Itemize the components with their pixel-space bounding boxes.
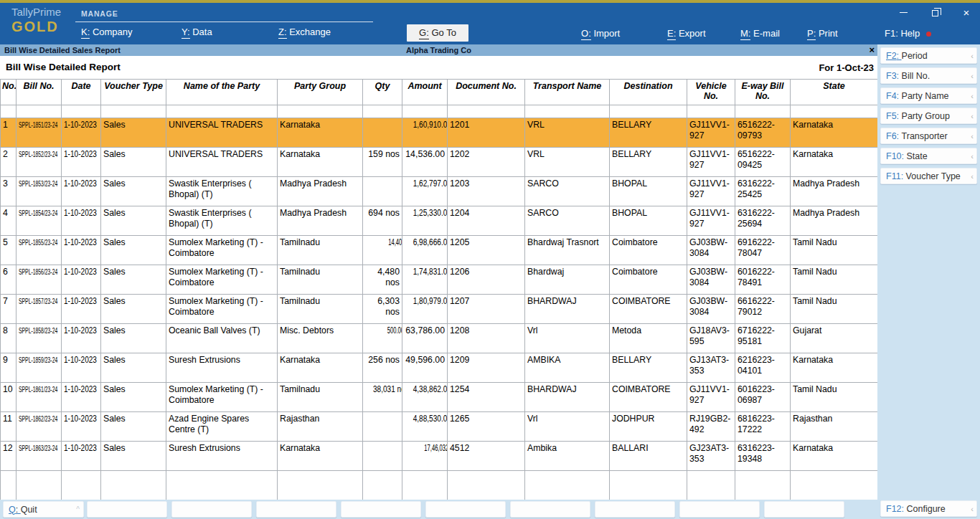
sidebar-button-transporter[interactable]: F6Transporter‹ (880, 128, 977, 144)
table-row[interactable]: 3SPPL-1853/23-241-10-2023SalesSwastik En… (1, 177, 878, 206)
table-cell-empty (402, 471, 448, 500)
table-cell: 1201 (448, 118, 525, 148)
sidebar-button-period[interactable]: F2Period‹ (880, 47, 977, 64)
table-cell-empty (166, 105, 278, 118)
brand-name: TallyPrime (11, 6, 61, 19)
goto-button[interactable]: G Go To (407, 24, 468, 42)
sidebar-button-voucher-type[interactable]: F11Voucher Type‹ (880, 168, 977, 184)
chevron-left-icon: ‹ (971, 505, 974, 513)
table-cell: SPPL-1855/23-24 (17, 236, 62, 265)
quit-button[interactable]: Q Quit ^ (3, 501, 84, 518)
table-cell: COIMBATORE (610, 295, 687, 324)
menu-item-company[interactable]: K Company (81, 27, 133, 37)
quit-label: Quit (21, 505, 77, 515)
title-bar: TallyPrime GOLD MANAGE K Company Y Data … (0, 3, 980, 44)
table-row[interactable]: 2SPPL-1852/23-241-10-2023SalesUNIVERSAL … (1, 148, 878, 177)
table-cell: 1,80,979.00 (402, 295, 448, 324)
table-row[interactable]: 11SPPL-1862/23-241-10-2023SalesAzad Engi… (1, 412, 878, 442)
table-cell: Rajasthan (278, 412, 363, 442)
table-cell: Tamil Nadu (791, 383, 878, 412)
close-window-button[interactable]: × (960, 6, 973, 18)
hotkey: Y (182, 27, 190, 39)
table-cell-empty (791, 471, 878, 500)
hotkey: K (81, 27, 90, 39)
sidebar-button-party-name[interactable]: F4Party Name‹ (880, 87, 977, 104)
window-controls: × (897, 4, 973, 20)
table-cell: Tamilnadu (278, 295, 363, 324)
column-header: Destination (610, 80, 687, 105)
menu-item-help[interactable]: F1 Help (885, 28, 931, 39)
table-cell (363, 118, 402, 148)
table-cell: Sales (101, 324, 166, 353)
table-cell: 1-10-2023 (62, 442, 101, 471)
report-area: Bill Wise Detailed Report For 1-Oct-23 N… (0, 56, 877, 500)
column-header: Bill No. (17, 80, 62, 105)
table-row[interactable]: 6SPPL-1856/23-241-10-2023SalesSumolex Ma… (1, 265, 878, 295)
table-cell: 1-10-2023 (62, 383, 101, 412)
chevron-left-icon: ‹ (971, 132, 974, 141)
configure-button[interactable]: F12 Configure ‹ (880, 500, 977, 517)
close-report-icon[interactable]: × (869, 44, 875, 55)
table-cell: 1203 (448, 177, 525, 206)
menu-item-label: Import (593, 28, 620, 39)
sidebar-button-label: Party Name (902, 91, 970, 101)
menu-item-import[interactable]: O Import (581, 28, 620, 39)
table-cell: 1-10-2023 (62, 177, 101, 206)
table-cell: 6316223-19348 (735, 442, 791, 471)
menu-item-label: Help (900, 28, 920, 39)
table-cell: 49,596.00 (402, 353, 448, 383)
menu-item-email[interactable]: M E-mail (740, 28, 780, 39)
sidebar-buttons: F2Period‹F3Bill No.‹F4Party Name‹F5Party… (880, 47, 977, 188)
table-cell: 256 nos (363, 353, 402, 383)
caret-up-icon: ^ (76, 505, 80, 513)
column-header: Qty (363, 80, 402, 105)
table-cell-empty (363, 471, 402, 500)
hotkey: F6 (886, 131, 902, 141)
hotkey: G (419, 27, 429, 39)
table-row[interactable]: 5SPPL-1855/23-241-10-2023SalesSumolex Ma… (1, 236, 878, 265)
table-cell: 6816223-17222 (735, 412, 791, 442)
hotkey: F1 (885, 28, 898, 39)
menu-item-label: E-mail (753, 28, 780, 39)
table-cell: Karnataka (791, 148, 878, 177)
menu-item-print[interactable]: P Print (807, 28, 838, 39)
table-row[interactable]: 8SPPL-1858/23-241-10-2023SalesOceanic Ba… (1, 324, 878, 353)
table-cell: SPPL-1854/23-24 (17, 206, 62, 236)
table-cell: 6616222-79012 (735, 295, 791, 324)
table-cell: 1208 (448, 324, 525, 353)
menu-item-exchange[interactable]: Z Exchange (278, 27, 331, 37)
menu-item-export[interactable]: E Export (667, 28, 706, 39)
hotkey: F5 (886, 111, 902, 121)
table-row[interactable]: 7SPPL-1857/23-241-10-2023SalesSumolex Ma… (1, 295, 878, 324)
menu-item-data[interactable]: Y Data (182, 27, 212, 37)
table-cell: 1,62,797.00 (402, 177, 448, 206)
table-cell: 6916222-78047 (735, 236, 791, 265)
column-header: E-way Bill No. (735, 80, 791, 105)
sidebar-button-state[interactable]: F10State‹ (880, 148, 977, 164)
table-cell-empty (1, 105, 17, 118)
table-row[interactable]: 10SPPL-1861/23-241-10-2023SalesSumolex M… (1, 383, 878, 412)
toolbar-empty-slot (510, 501, 590, 518)
table-row[interactable]: 9SPPL-1859/23-241-10-2023SalesSuresh Ext… (1, 353, 878, 383)
table-row[interactable]: 4SPPL-1854/23-241-10-2023SalesSwastik En… (1, 206, 878, 236)
table-empty-row (1, 105, 878, 118)
table-cell (363, 412, 402, 442)
table-row[interactable]: 12SPPL-1863/23-241-10-2023SalesSuresh Ex… (1, 442, 878, 471)
configure-label: Configure (907, 504, 970, 514)
table-cell: Sales (101, 118, 166, 148)
sidebar-button-bill-no-[interactable]: F3Bill No.‹ (880, 67, 977, 84)
table-row[interactable]: 1SPPL-1851/23-241-10-2023SalesUNIVERSAL … (1, 118, 878, 148)
minimize-button[interactable] (897, 6, 910, 18)
table-cell-empty (166, 471, 278, 500)
table-cell: 1-10-2023 (62, 118, 101, 148)
maximize-button[interactable] (928, 6, 941, 18)
column-header: Voucher Type (101, 80, 166, 105)
table-cell: Sales (101, 206, 166, 236)
sidebar-button-party-group[interactable]: F5Party Group‹ (880, 108, 977, 124)
table-cell: 1-10-2023 (62, 412, 101, 442)
table-cell: JODHPUR (610, 412, 687, 442)
table-cell-empty (101, 105, 166, 118)
table-cell: BHOPAL (610, 206, 687, 236)
table-cell: 1-10-2023 (62, 324, 101, 353)
table-cell-empty (448, 105, 525, 118)
